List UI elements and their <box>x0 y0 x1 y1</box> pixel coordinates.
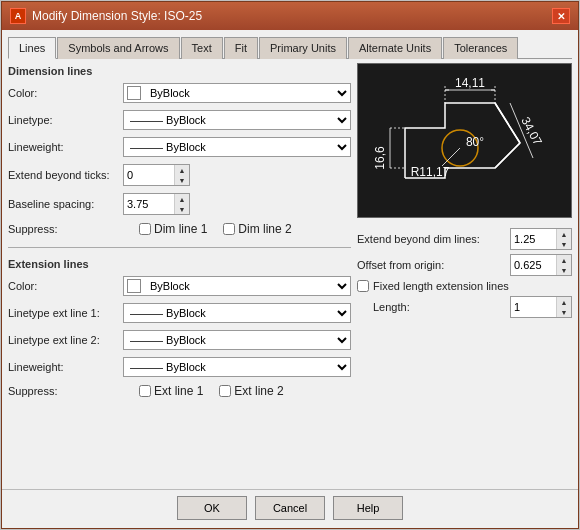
baseline-spacing-label: Baseline spacing: <box>8 198 123 210</box>
tab-symbols-arrows[interactable]: Symbols and Arrows <box>57 37 179 59</box>
title-bar: A Modify Dimension Style: ISO-25 ✕ <box>2 2 578 30</box>
baseline-spacing-down[interactable]: ▼ <box>175 204 189 214</box>
ext-suppress-row: Suppress: Ext line 1 Ext line 2 <box>123 384 351 398</box>
length-spinbox[interactable]: 1 ▲ ▼ <box>510 296 572 318</box>
dim-color-input: ByBlock <box>123 83 351 103</box>
offset-from-origin-label: Offset from origin: <box>357 259 510 271</box>
extend-ticks-down[interactable]: ▼ <box>175 175 189 185</box>
length-up[interactable]: ▲ <box>557 297 571 307</box>
ok-button[interactable]: OK <box>177 496 247 520</box>
linetype-ext1-row: Linetype ext line 1: ——— ByBlock <box>8 303 351 323</box>
ext-line-1-checkbox-label[interactable]: Ext line 1 <box>139 384 203 398</box>
dim-line-1-checkbox-label[interactable]: Dim line 1 <box>139 222 207 236</box>
dim-lineweight-row: Lineweight: ——— ByBlock <box>8 137 351 157</box>
ext-line-2-checkbox-label[interactable]: Ext line 2 <box>219 384 283 398</box>
linetype-ext2-select[interactable]: ——— ByBlock <box>123 330 351 350</box>
dim-line-2-checkbox[interactable] <box>223 223 235 235</box>
offset-from-origin-down[interactable]: ▼ <box>557 265 571 275</box>
fixed-length-row: Fixed length extension lines <box>357 280 572 292</box>
baseline-spacing-btns: ▲ ▼ <box>174 194 189 214</box>
dim-linetype-label: Linetype: <box>8 114 123 126</box>
ext-color-select-wrapper[interactable]: ByBlock <box>123 276 351 296</box>
dim-color-row: Color: ByBlock <box>8 83 351 103</box>
tab-lines[interactable]: Lines <box>8 37 56 59</box>
extend-ticks-field[interactable]: 0 <box>124 165 174 185</box>
baseline-spacing-row: Baseline spacing: 3.75 ▲ ▼ <box>8 193 351 215</box>
tab-primary-units[interactable]: Primary Units <box>259 37 347 59</box>
svg-text:16,6: 16,6 <box>373 146 387 170</box>
dim-linetype-select[interactable]: ——— ByBlock <box>123 110 351 130</box>
extend-ticks-up[interactable]: ▲ <box>175 165 189 175</box>
extend-beyond-dim-field[interactable]: 1.25 <box>511 229 556 249</box>
length-btns: ▲ ▼ <box>556 297 571 317</box>
tab-fit[interactable]: Fit <box>224 37 258 59</box>
length-field[interactable]: 1 <box>511 297 556 317</box>
svg-text:80°: 80° <box>465 135 483 149</box>
linetype-ext2-input: ——— ByBlock <box>123 330 351 350</box>
ext-suppress-label: Suppress: <box>8 385 123 397</box>
preview-box: 14,11 16,6 34,07 80° R11,17 <box>357 63 572 218</box>
main-area: Dimension lines Color: ByBlock Linetype: <box>8 63 572 483</box>
dimension-lines-section-label: Dimension lines <box>8 65 351 77</box>
length-row: Length: 1 ▲ ▼ <box>357 296 572 318</box>
baseline-spacing-up[interactable]: ▲ <box>175 194 189 204</box>
offset-from-origin-field[interactable]: 0.625 <box>511 255 556 275</box>
close-button[interactable]: ✕ <box>552 8 570 24</box>
extend-beyond-dim-down[interactable]: ▼ <box>557 239 571 249</box>
tab-alternate-units[interactable]: Alternate Units <box>348 37 442 59</box>
svg-text:14,11: 14,11 <box>454 76 484 90</box>
main-window: A Modify Dimension Style: ISO-25 ✕ Lines… <box>1 1 579 529</box>
dim-color-select[interactable]: ByBlock <box>144 84 350 102</box>
section-divider <box>8 247 351 248</box>
baseline-spacing-field[interactable]: 3.75 <box>124 194 174 214</box>
ext-lineweight-input: ——— ByBlock <box>123 357 351 377</box>
linetype-ext1-select[interactable]: ——— ByBlock <box>123 303 351 323</box>
linetype-ext2-row: Linetype ext line 2: ——— ByBlock <box>8 330 351 350</box>
ext-line-2-checkbox[interactable] <box>219 385 231 397</box>
svg-text:R11,17: R11,17 <box>410 165 449 179</box>
tab-tolerances[interactable]: Tolerances <box>443 37 518 59</box>
offset-from-origin-row: Offset from origin: 0.625 ▲ ▼ <box>357 254 572 276</box>
help-button[interactable]: Help <box>333 496 403 520</box>
tab-bar: Lines Symbols and Arrows Text Fit Primar… <box>8 36 572 59</box>
dim-line-2-checkbox-label[interactable]: Dim line 2 <box>223 222 291 236</box>
baseline-spacing-input: 3.75 ▲ ▼ <box>123 193 351 215</box>
length-down[interactable]: ▼ <box>557 307 571 317</box>
extend-ticks-label: Extend beyond ticks: <box>8 169 123 181</box>
ext-lineweight-label: Lineweight: <box>8 361 123 373</box>
right-panel: 14,11 16,6 34,07 80° R11,17 <box>357 63 572 483</box>
dim-lineweight-input: ——— ByBlock <box>123 137 351 157</box>
left-panel: Dimension lines Color: ByBlock Linetype: <box>8 63 351 483</box>
extend-beyond-dim-spinbox[interactable]: 1.25 ▲ ▼ <box>510 228 572 250</box>
ext-color-input: ByBlock <box>123 276 351 296</box>
extend-ticks-row: Extend beyond ticks: 0 ▲ ▼ <box>8 164 351 186</box>
linetype-ext1-label: Linetype ext line 1: <box>8 307 123 319</box>
window-title: Modify Dimension Style: ISO-25 <box>32 9 202 23</box>
cancel-button[interactable]: Cancel <box>255 496 325 520</box>
baseline-spacing-spinbox[interactable]: 3.75 ▲ ▼ <box>123 193 190 215</box>
ext-lineweight-select[interactable]: ——— ByBlock <box>123 357 351 377</box>
offset-from-origin-up[interactable]: ▲ <box>557 255 571 265</box>
extend-ticks-spinbox[interactable]: 0 ▲ ▼ <box>123 164 190 186</box>
extension-lines-section-label: Extension lines <box>8 258 351 270</box>
ext-line-1-checkbox[interactable] <box>139 385 151 397</box>
extend-beyond-dim-label: Extend beyond dim lines: <box>357 233 510 245</box>
tab-text[interactable]: Text <box>181 37 223 59</box>
fixed-length-label: Fixed length extension lines <box>373 280 509 292</box>
dim-suppress-label: Suppress: <box>8 223 123 235</box>
preview-svg: 14,11 16,6 34,07 80° R11,17 <box>365 68 565 213</box>
dim-color-label: Color: <box>8 87 123 99</box>
fixed-length-checkbox[interactable] <box>357 280 369 292</box>
dim-line-1-checkbox[interactable] <box>139 223 151 235</box>
right-fields: Extend beyond dim lines: 1.25 ▲ ▼ Offset… <box>357 224 572 326</box>
ext-color-row: Color: ByBlock <box>8 276 351 296</box>
title-bar-left: A Modify Dimension Style: ISO-25 <box>10 8 202 24</box>
ext-color-select[interactable]: ByBlock <box>144 277 350 295</box>
ext-lineweight-row: Lineweight: ——— ByBlock <box>8 357 351 377</box>
extend-beyond-dim-up[interactable]: ▲ <box>557 229 571 239</box>
dim-lineweight-select[interactable]: ——— ByBlock <box>123 137 351 157</box>
linetype-ext2-label: Linetype ext line 2: <box>8 334 123 346</box>
offset-from-origin-spinbox[interactable]: 0.625 ▲ ▼ <box>510 254 572 276</box>
dim-color-swatch <box>127 86 141 100</box>
dim-color-select-wrapper[interactable]: ByBlock <box>123 83 351 103</box>
